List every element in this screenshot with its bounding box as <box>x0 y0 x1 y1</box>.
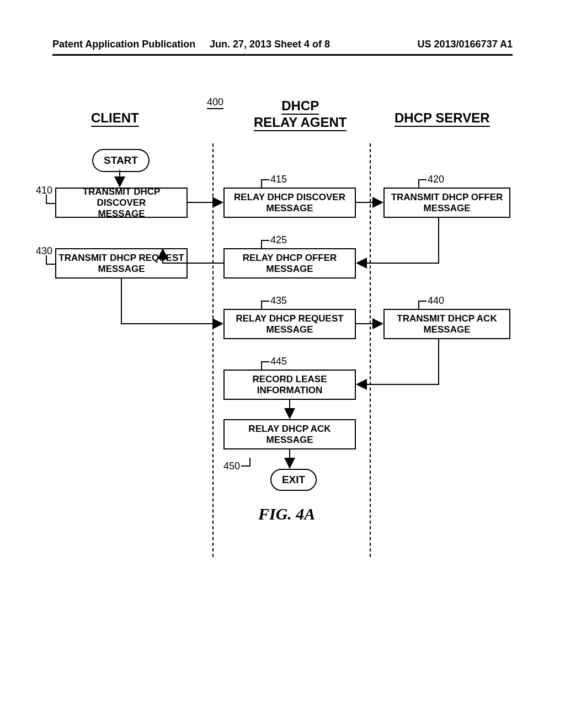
ref-430: 430 <box>36 245 52 257</box>
ref-410-conn <box>46 195 47 203</box>
arrows <box>52 77 513 574</box>
header-center: Jun. 27, 2013 Sheet 4 of 8 <box>210 39 330 50</box>
ref-430-conn <box>46 255 47 264</box>
ref-410: 410 <box>36 185 52 196</box>
header-left: Patent Application Publication <box>52 39 195 50</box>
header-rule <box>52 54 513 56</box>
header-right: US 2013/0166737 A1 <box>418 39 513 50</box>
page: Patent Application Publication Jun. 27, … <box>0 0 565 728</box>
diagram: 400 CLIENT DHCPRELAY AGENT DHCP SERVER S… <box>52 77 513 662</box>
